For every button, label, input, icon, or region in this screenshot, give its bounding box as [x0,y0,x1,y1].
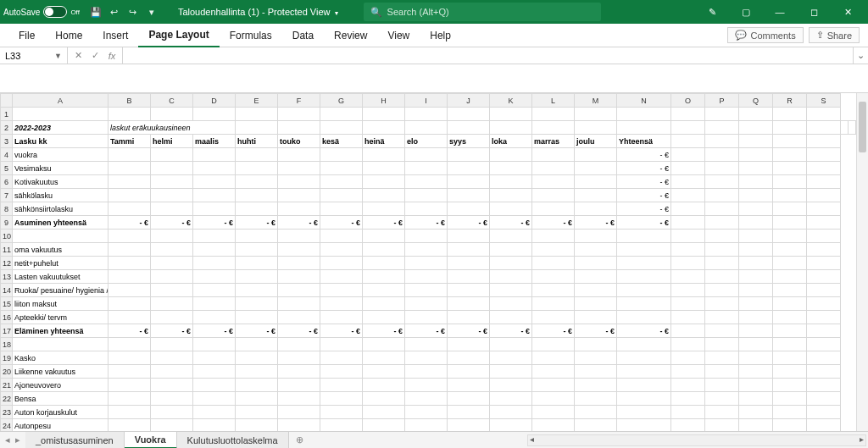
tab-home[interactable]: Home [45,24,92,47]
spreadsheet-grid[interactable]: ABCDEFGHIJKLMNOPQRS122022-2023laskut erä… [0,93,868,431]
share-button[interactable]: ⇪ Share [809,27,860,43]
label-cell[interactable]: liiton maksut [13,297,108,311]
horizontal-scrollbar[interactable] [527,434,866,446]
row-header-8[interactable]: 8 [1,202,13,216]
sum-cell[interactable]: - € [363,324,405,338]
col-header-D[interactable]: D [193,94,236,108]
label-cell[interactable]: Kasko [13,351,108,365]
label-cell[interactable]: Auton korjauskulut [13,406,108,419]
label-cell[interactable]: Ajoneuvovero [13,379,108,392]
label-cell[interactable]: oma vakuutus [13,243,108,257]
sheet-tab-_omistusasuminen[interactable]: _omistusasuminen [25,432,125,449]
sum-cell[interactable]: - € [193,216,236,230]
sum-cell[interactable]: - € [151,216,193,230]
row-header-17[interactable]: 17 [1,324,13,338]
label-cell[interactable]: sähkönsiirtolasku [13,202,108,216]
col-header-N[interactable]: N [617,94,671,108]
maximize-icon[interactable]: ◻ [797,0,831,24]
undo-icon[interactable]: ↩ [105,3,124,21]
confirm-formula-icon[interactable]: ✓ [88,50,102,61]
row-header-15[interactable]: 15 [1,297,13,311]
header-cell[interactable]: helmi [151,135,193,148]
sum-cell[interactable]: - € [532,216,575,230]
col-header-B[interactable]: B [108,94,151,108]
header-cell[interactable]: kesä [320,135,363,148]
sum-cell[interactable]: - € [448,216,490,230]
chevron-down-icon[interactable]: ▼ [54,52,62,60]
sum-cell[interactable]: - € [405,324,448,338]
formula-input[interactable] [123,47,853,64]
expand-formula-icon[interactable]: ⌄ [853,47,868,64]
tab-data[interactable]: Data [282,24,324,47]
col-header-M[interactable]: M [575,94,617,108]
row-header-20[interactable]: 20 [1,365,13,379]
name-box[interactable]: L33 ▼ [0,47,68,64]
row-header-2[interactable]: 2 [1,121,13,135]
qat-dropdown-icon[interactable]: ▾ [142,3,161,21]
vertical-scrollbar[interactable] [856,93,868,431]
row-header-16[interactable]: 16 [1,311,13,324]
col-header-L[interactable]: L [532,94,575,108]
save-icon[interactable]: 💾 [86,3,105,21]
sum-cell[interactable]: - € [575,216,617,230]
col-header-K[interactable]: K [490,94,532,108]
row-header-22[interactable]: 22 [1,392,13,406]
sum-cell[interactable]: - € [320,216,363,230]
label-cell[interactable]: Autonpesu [13,419,108,432]
tab-formulas[interactable]: Formulas [220,24,282,47]
col-header-P[interactable]: P [705,94,739,108]
row-header-10[interactable]: 10 [1,230,13,243]
search-box[interactable]: 🔍 Search (Alt+Q) [364,3,601,21]
toggle-switch[interactable] [43,6,67,18]
header-cell[interactable]: heinä [363,135,405,148]
label-cell[interactable]: Kotivakuutus [13,175,108,189]
sheet-nav-next-icon[interactable]: ▸ [15,434,20,445]
row-header-24[interactable]: 24 [1,419,13,432]
tab-view[interactable]: View [377,24,420,47]
total-cell[interactable]: - € [617,189,671,202]
label-cell[interactable] [13,230,108,243]
header-cell[interactable]: marras [532,135,575,148]
row-header-14[interactable]: 14 [1,284,13,297]
comments-button[interactable]: 💬 Comments [727,27,803,43]
header-cell[interactable]: loka [490,135,532,148]
sum-cell[interactable]: - € [490,324,532,338]
sum-cell[interactable]: - € [448,324,490,338]
ribbon-display-icon[interactable]: ▢ [729,0,763,24]
label-cell[interactable]: Liikenne vakuutus [13,365,108,379]
sum-cell[interactable]: - € [236,216,278,230]
label-cell[interactable]: Apteekki/ tervm [13,311,108,324]
row-header-19[interactable]: 19 [1,351,13,365]
tab-review[interactable]: Review [324,24,377,47]
col-header-E[interactable]: E [236,94,278,108]
label-cell[interactable]: vuokra [13,148,108,162]
tab-file[interactable]: File [8,24,45,47]
sheet-nav-prev-icon[interactable]: ◂ [5,434,10,445]
sum-cell[interactable]: - € [532,324,575,338]
col-header-H[interactable]: H [363,94,405,108]
autosave-toggle[interactable]: AutoSave Off [3,6,80,18]
note-cell[interactable]: laskut eräkuukausineen [108,121,236,135]
col-header-F[interactable]: F [278,94,320,108]
period-cell[interactable]: 2022-2023 [13,121,108,135]
col-header-S[interactable]: S [807,94,841,108]
label-cell[interactable] [13,338,108,351]
label-cell[interactable]: Lasten vakuutukset [13,270,108,284]
row-header-5[interactable]: 5 [1,162,13,175]
col-header-J[interactable]: J [448,94,490,108]
cancel-formula-icon[interactable]: ✕ [71,50,85,61]
tab-help[interactable]: Help [420,24,461,47]
row-header-3[interactable]: 3 [1,135,13,148]
col-header-C[interactable]: C [151,94,193,108]
header-cell[interactable]: huhti [236,135,278,148]
col-header-Q[interactable]: Q [739,94,773,108]
row-header-11[interactable]: 11 [1,243,13,257]
header-cell[interactable]: Lasku kk [13,135,108,148]
row-header-9[interactable]: 9 [1,216,13,230]
sheet-tab-kulutusluottolaskelma[interactable]: Kulutusluottolaskelma [177,432,289,449]
sum-cell[interactable]: - € [108,216,151,230]
col-header-A[interactable]: A [13,94,108,108]
col-header-G[interactable]: G [320,94,363,108]
total-cell[interactable]: - € [617,148,671,162]
row-header-1[interactable]: 1 [1,108,13,121]
